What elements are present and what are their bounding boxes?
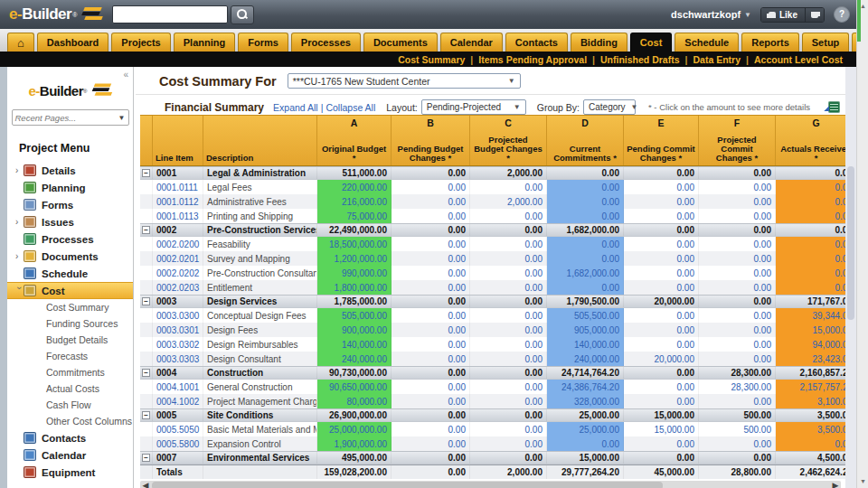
amount-f-0002.0201[interactable]: 0.00 <box>699 251 776 266</box>
amount-e-0005.5050[interactable]: 15,000.00 <box>624 422 699 436</box>
tab-dashboard[interactable]: Dashboard <box>37 33 108 52</box>
sidebar-subitem-cash-flow[interactable]: Cash Flow <box>7 397 133 413</box>
amount-c-0002.0203[interactable]: 0.00 <box>470 280 547 295</box>
amount-e-0004.1002[interactable]: 0.00 <box>624 394 699 408</box>
amount-e-0005[interactable]: 15,000.00 <box>624 409 699 421</box>
amount-d-0004.1001[interactable]: 24,386,764.20 <box>547 380 624 394</box>
sidebar-item-contacts[interactable]: Contacts <box>7 429 133 446</box>
export-excel-icon[interactable] <box>828 101 840 113</box>
amount-d-0003.0303[interactable]: 240,000.00 <box>547 352 624 366</box>
amount-g-0003.0300[interactable]: 39,344.00 <box>776 308 845 323</box>
line-item-link[interactable]: 0003.0300 <box>153 308 203 323</box>
amount-e-0003.0303[interactable]: 20,000.00 <box>624 352 699 366</box>
line-item-link[interactable]: 0002.0201 <box>153 251 203 266</box>
tab-cost[interactable]: Cost <box>630 33 672 52</box>
amount-b-0002.0202[interactable]: 0.00 <box>392 266 470 280</box>
amount-e-0004[interactable]: 0.00 <box>624 367 699 379</box>
amount-g-0002.0200[interactable]: 0.00 <box>776 237 845 251</box>
amount-d-0005.5050[interactable]: 25,000.00 <box>547 422 624 436</box>
line-item-link[interactable]: 0001.0113 <box>153 209 203 223</box>
amount-b-0002.0201[interactable]: 0.00 <box>392 251 470 266</box>
amount-g-0001.0112[interactable]: 0.00 <box>776 194 845 209</box>
amount-c-0001.0111[interactable]: 0.00 <box>470 180 547 194</box>
amount-c-0002.0202[interactable]: 0.00 <box>470 266 547 280</box>
amount-g-0004.1002[interactable]: 3,100.00 <box>776 394 845 408</box>
help-button[interactable]: ? <box>834 6 850 23</box>
amount-b-0003.0300[interactable]: 0.00 <box>392 308 470 323</box>
tab-setup[interactable]: Setup <box>802 33 850 52</box>
collapse-row-toggle[interactable]: − <box>142 369 150 377</box>
amount-c-0003.0300[interactable]: 0.00 <box>470 308 547 323</box>
amount-f-0005.5050[interactable]: 500.00 <box>699 422 776 436</box>
line-item-link[interactable]: 0004.1002 <box>153 394 203 408</box>
amount-g-0005[interactable]: 3,500.00 <box>776 409 845 421</box>
scroll-down-arrow[interactable]: ▼ <box>860 478 866 484</box>
amount-g-0002.0202[interactable]: 0.00 <box>776 266 845 280</box>
amount-b-0004.1001[interactable]: 0.00 <box>392 380 470 394</box>
amount-c-0001[interactable]: 2,000.00 <box>470 167 547 179</box>
amount-b-0003.0302[interactable]: 0.00 <box>392 337 470 352</box>
sidebar-item-issues[interactable]: ›Issues <box>7 213 133 230</box>
amount-c-0002.0201[interactable]: 0.00 <box>470 251 547 266</box>
amount-f-0003[interactable]: 0.00 <box>699 296 776 307</box>
totals-amount-g[interactable]: 2,462,624.20 <box>776 465 845 479</box>
amount-g-0004[interactable]: 2,160,857.20 <box>776 367 845 379</box>
amount-f-0001.0112[interactable]: 0.00 <box>699 194 776 209</box>
amount-a-0003.0300[interactable]: 505,000.00 <box>317 308 392 323</box>
amount-b-0004.1002[interactable]: 0.00 <box>392 394 470 408</box>
tab-contacts[interactable]: Contacts <box>505 33 568 52</box>
totals-amount-a[interactable]: 159,028,200.00 <box>317 465 392 479</box>
sidebar-subitem-actual-costs[interactable]: Actual Costs <box>7 380 133 397</box>
sidebar-subitem-commitments[interactable]: Commitments <box>7 364 133 380</box>
amount-b-0003.0303[interactable]: 0.00 <box>392 352 470 366</box>
amount-a-0001[interactable]: 511,000.00 <box>317 167 392 179</box>
sidebar-item-documents[interactable]: ›Documents <box>7 248 133 265</box>
amount-d-0001.0113[interactable]: 0.00 <box>547 209 624 223</box>
amount-e-0007[interactable]: 0.00 <box>624 452 699 464</box>
amount-a-0007[interactable]: 495,000.00 <box>317 452 392 464</box>
amount-d-0003[interactable]: 1,790,500.00 <box>547 296 624 307</box>
amount-f-0003.0302[interactable]: 0.00 <box>699 337 776 352</box>
amount-a-0002[interactable]: 22,490,000.00 <box>317 224 392 236</box>
totals-amount-c[interactable]: 2,000.00 <box>470 465 547 479</box>
amount-g-0002.0203[interactable]: 0.00 <box>776 280 845 295</box>
line-item-link[interactable]: 0002.0200 <box>153 237 203 251</box>
tab-home[interactable]: ⌂ <box>7 33 34 52</box>
amount-b-0001.0113[interactable]: 0.00 <box>392 209 470 223</box>
amount-e-0002.0201[interactable]: 0.00 <box>624 251 699 266</box>
amount-c-0003[interactable]: 0.00 <box>470 296 547 307</box>
subnav-link-data-entry[interactable]: Data Entry <box>693 54 741 65</box>
collapse-row-toggle[interactable]: − <box>142 169 150 177</box>
amount-f-0002.0200[interactable]: 0.00 <box>699 237 776 251</box>
collapse-all-link[interactable]: Collapse All <box>326 102 375 113</box>
amount-d-0001.0111[interactable]: 0.00 <box>547 180 624 194</box>
amount-e-0002.0202[interactable]: 0.00 <box>624 266 699 280</box>
browser-scrollbar[interactable]: ▲ ▼ <box>856 0 868 488</box>
amount-g-0002.0201[interactable]: 0.00 <box>776 251 845 266</box>
amount-f-0004.1001[interactable]: 28,300.00 <box>699 380 776 394</box>
totals-amount-e[interactable]: 45,000.00 <box>624 465 699 479</box>
amount-e-0003.0300[interactable]: 0.00 <box>624 308 699 323</box>
amount-d-0001[interactable]: 0.00 <box>547 167 624 179</box>
search-button[interactable] <box>231 5 254 24</box>
amount-c-0007[interactable]: 0.00 <box>470 452 547 464</box>
subnav-link-items-pending-approval[interactable]: Items Pending Approval <box>478 54 587 65</box>
totals-amount-f[interactable]: 28,800.00 <box>699 465 776 479</box>
amount-a-0001.0113[interactable]: 75,000.00 <box>317 209 392 223</box>
amount-g-0007[interactable]: 4,500.00 <box>776 452 845 464</box>
amount-a-0002.0201[interactable]: 1,200,000.00 <box>317 251 392 266</box>
table-horizontal-scrollbar[interactable]: ◀ ▶ <box>140 481 841 488</box>
scroll-right-arrow[interactable]: ▶ <box>830 481 841 488</box>
amount-b-0001[interactable]: 0.00 <box>392 167 470 179</box>
amount-c-0004[interactable]: 0.00 <box>470 367 547 379</box>
amount-d-0007[interactable]: 15,000.00 <box>547 452 624 464</box>
amount-f-0003.0300[interactable]: 0.00 <box>699 308 776 323</box>
scroll-up-arrow[interactable]: ▲ <box>860 3 866 9</box>
amount-b-0003.0301[interactable]: 0.00 <box>392 323 470 337</box>
sidebar-subitem-other-cost-columns[interactable]: Other Cost Columns <box>7 413 133 429</box>
amount-b-0002[interactable]: 0.00 <box>392 224 470 236</box>
amount-g-0005.5800[interactable]: 0.00 <box>776 436 845 451</box>
search-input[interactable] <box>112 5 228 23</box>
amount-c-0003.0302[interactable]: 0.00 <box>470 337 547 352</box>
amount-e-0001[interactable]: 0.00 <box>624 167 699 179</box>
